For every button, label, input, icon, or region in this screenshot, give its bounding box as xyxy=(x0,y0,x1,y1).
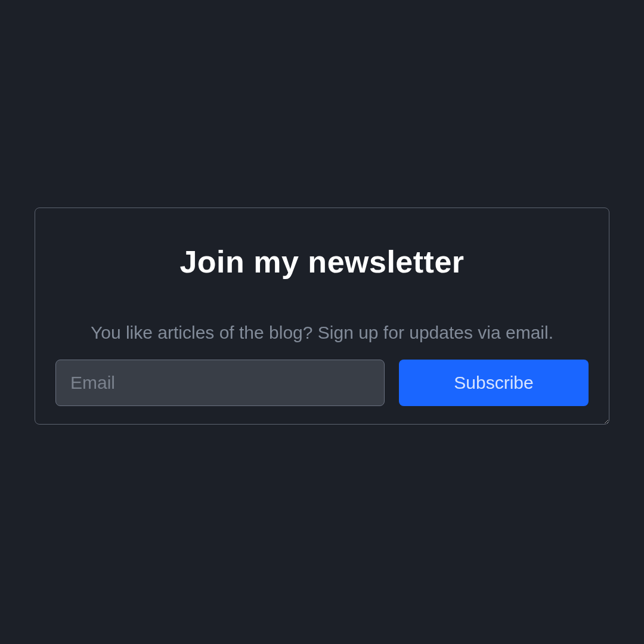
newsletter-card: Join my newsletter You like articles of … xyxy=(35,208,609,425)
subscribe-button[interactable]: Subscribe xyxy=(399,360,589,406)
newsletter-form-row: Subscribe xyxy=(47,360,597,406)
newsletter-title: Join my newsletter xyxy=(47,244,597,280)
email-input[interactable] xyxy=(55,360,385,406)
newsletter-description: You like articles of the blog? Sign up f… xyxy=(47,323,597,343)
